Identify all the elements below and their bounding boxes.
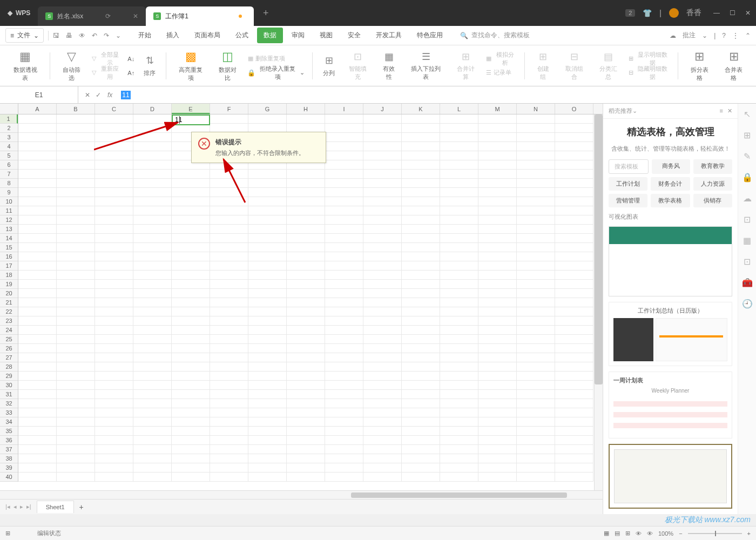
row-header[interactable]: 3 — [0, 133, 18, 142]
row-header[interactable]: 12 — [0, 215, 18, 225]
add-tab-button[interactable]: + — [258, 5, 273, 21]
scrollbar-thumb[interactable] — [351, 492, 567, 498]
row-header[interactable]: 11 — [0, 206, 18, 215]
style-icon[interactable]: ✎ — [744, 151, 751, 161]
grid-mode-icon[interactable]: ⊞ — [5, 530, 10, 537]
row-header[interactable]: 21 — [0, 298, 18, 307]
preview-icon[interactable]: 👁 — [79, 32, 85, 39]
first-sheet-icon[interactable]: |◂ — [5, 503, 10, 510]
ribbon-tab[interactable]: 特色应用 — [410, 28, 449, 43]
column-header[interactable]: L — [440, 104, 478, 114]
template-tag[interactable]: 人力资源 — [693, 177, 732, 191]
vertical-scrollbar[interactable] — [594, 114, 603, 490]
merge-table-button[interactable]: ⊞合并表格 — [717, 50, 751, 82]
row-header[interactable]: 8 — [0, 179, 18, 188]
subtotal-button[interactable]: ▤分类汇总 — [591, 50, 625, 82]
column-header[interactable]: M — [478, 104, 517, 114]
refresh-icon[interactable]: ⟳ — [105, 12, 111, 20]
sort-asc-button[interactable]: A↓ — [124, 52, 138, 65]
chevron-down-icon[interactable]: ⌄ — [116, 32, 121, 39]
validity-button[interactable]: ▦有效性 — [375, 50, 403, 82]
column-header[interactable]: B — [57, 104, 95, 114]
row-header[interactable]: 24 — [0, 326, 18, 335]
apparel-icon[interactable]: 👕 — [643, 9, 652, 17]
row-header[interactable]: 15 — [0, 243, 18, 252]
eye-icon[interactable]: 👁 — [647, 530, 653, 537]
row-header[interactable]: 26 — [0, 344, 18, 353]
file-menu[interactable]: ≡ 文件 ⌄ — [5, 28, 44, 43]
column-header[interactable]: D — [133, 104, 172, 114]
backup-icon[interactable]: ⊡ — [744, 214, 751, 225]
column-header[interactable]: G — [248, 104, 287, 114]
tab-file-2[interactable]: S 工作簿1 — [146, 6, 254, 26]
column-header[interactable]: A — [18, 104, 57, 114]
column-header[interactable]: H — [287, 104, 325, 114]
show-all-button[interactable]: ▽全部显示 — [89, 52, 125, 65]
view-page-icon[interactable]: ▤ — [615, 530, 620, 537]
record-form-button[interactable]: ☰记录单 — [483, 66, 519, 79]
row-header[interactable]: 17 — [0, 261, 18, 271]
reject-dup-button[interactable]: 🔒拒绝录入重复项⌄ — [245, 66, 308, 79]
chevron-down-icon[interactable]: ⌄ — [702, 32, 707, 39]
pivot-table-button[interactable]: ▦数据透视表 — [5, 50, 45, 82]
row-header[interactable]: 2 — [0, 124, 18, 133]
horizontal-scrollbar[interactable] — [0, 490, 603, 499]
scrollbar-thumb[interactable] — [595, 114, 603, 384]
template-search-input[interactable]: 搜索模板 — [609, 159, 649, 174]
row-header[interactable]: 18 — [0, 271, 18, 280]
template-thumbnail-4[interactable] — [609, 444, 732, 509]
close-panel-icon[interactable]: ✕ — [727, 107, 732, 114]
annotate-button[interactable]: 批注 — [683, 31, 696, 40]
fx-icon[interactable]: fx — [107, 91, 117, 99]
column-header[interactable]: I — [325, 104, 363, 114]
row-header[interactable]: 22 — [0, 307, 18, 316]
reapply-button[interactable]: ▽重新应用 — [89, 66, 125, 79]
hide-detail-button[interactable]: ⊟隐藏明细数据 — [625, 66, 673, 79]
add-sheet-button[interactable]: + — [74, 503, 89, 511]
help-icon[interactable]: ? — [722, 32, 726, 39]
read-mode-icon[interactable]: 👁 — [636, 530, 642, 537]
row-header[interactable]: 38 — [0, 454, 18, 463]
smart-fill-button[interactable]: ⊡智能填充 — [341, 50, 375, 82]
formula-input[interactable]: 11 — [117, 91, 756, 99]
data-compare-button[interactable]: ◫数据对比 — [211, 50, 245, 82]
row-header[interactable]: 6 — [0, 160, 18, 170]
row-header[interactable]: 7 — [0, 170, 18, 179]
row-header[interactable]: 34 — [0, 417, 18, 427]
template-tag[interactable]: 教育教学 — [693, 159, 732, 174]
settings-icon[interactable]: ≡ — [720, 107, 723, 114]
close-window-icon[interactable]: ✕ — [745, 9, 751, 17]
column-header[interactable]: K — [402, 104, 440, 114]
template-tag[interactable]: 供销存 — [693, 194, 732, 207]
toolbox-icon[interactable]: 🧰 — [742, 278, 753, 288]
sort-desc-button[interactable]: A↑ — [124, 66, 138, 79]
cells-grid[interactable]: 11 ✕ 错误提示 您输入的内容，不符合限制条件。 — [18, 114, 603, 482]
username[interactable]: 香香 — [686, 8, 701, 18]
zoom-in-icon[interactable]: + — [747, 530, 751, 537]
select-icon[interactable]: ↖ — [744, 109, 751, 119]
template-tag[interactable]: 教学表格 — [651, 194, 690, 207]
autofilter-button[interactable]: ▽自动筛选 — [55, 50, 89, 82]
active-cell[interactable]: 11 — [172, 114, 210, 125]
row-header[interactable]: 39 — [0, 463, 18, 473]
simulate-button[interactable]: ▦模拟分析 — [483, 52, 519, 65]
ribbon-tab[interactable]: 数据 — [257, 28, 283, 43]
close-icon[interactable]: ✕ — [133, 12, 138, 20]
tool-icon[interactable]: ▦ — [743, 235, 751, 246]
row-header[interactable]: 5 — [0, 151, 18, 160]
maximize-icon[interactable]: ☐ — [730, 9, 735, 17]
template-thumbnail-1[interactable]: 员工周工作计划表 — [609, 226, 732, 296]
cloud-icon[interactable]: ☁ — [743, 193, 752, 204]
zoom-out-icon[interactable]: − — [679, 530, 682, 537]
name-box[interactable]: E1 — [0, 86, 78, 103]
select-all-corner[interactable] — [0, 104, 18, 114]
chevron-down-icon[interactable]: ⌄ — [632, 107, 637, 114]
consolidate-button[interactable]: ⊞合并计算 — [449, 50, 483, 82]
row-header[interactable]: 16 — [0, 252, 18, 261]
ribbon-tab[interactable]: 插入 — [160, 28, 186, 43]
command-search[interactable]: 🔍 查找命令、搜索模板 — [460, 31, 530, 40]
collapse-ribbon-icon[interactable]: ⌃ — [745, 32, 751, 39]
row-header[interactable]: 27 — [0, 353, 18, 362]
undo-icon[interactable]: ↶ — [92, 32, 97, 39]
ribbon-tab[interactable]: 审阅 — [285, 28, 311, 43]
